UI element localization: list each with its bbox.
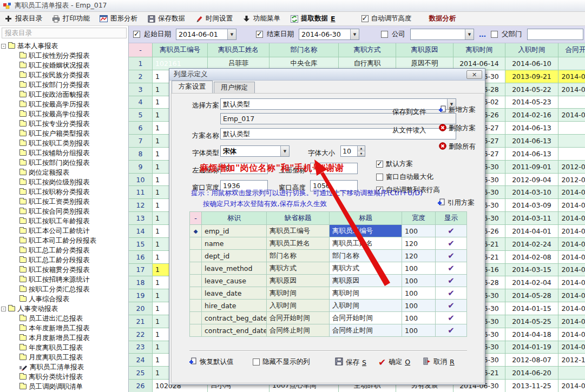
column-cell[interactable]: 离职方式 [267, 262, 330, 275]
grid-cell[interactable]: 2014-05 [558, 315, 585, 328]
tree-item[interactable]: 离职分类统计报表 [1, 372, 128, 382]
start-date-checkbox[interactable]: ✓ [133, 31, 140, 38]
grid-column-header[interactable]: 入职时间 [505, 43, 558, 57]
grid-cell[interactable]: 2014-01 [558, 70, 585, 83]
tree-item[interactable]: 职工总工龄分类报表 [1, 245, 128, 255]
column-cell[interactable]: 100 [402, 275, 436, 287]
column-cell[interactable]: leave_method [202, 262, 267, 275]
column-cell[interactable]: 120 [402, 250, 436, 262]
ok-button[interactable]: ✔ 确定 O [378, 357, 410, 367]
tree-item[interactable]: 人事综合报表 [1, 294, 128, 304]
column-cell[interactable]: 100 [402, 262, 436, 275]
grid-cell[interactable]: 2014-02-24 [505, 238, 558, 251]
grid-cell[interactable]: 2014-05-25 [505, 315, 558, 328]
column-cell[interactable]: 100 [402, 287, 436, 300]
column-row[interactable]: contract_beg_date合同开始时间合同开始时间100✔ [190, 312, 467, 324]
save-to-file-button[interactable]: 保存到文件 [392, 108, 426, 117]
grid-cell[interactable]: 22 [129, 328, 153, 341]
save-data-button[interactable]: 保存数据 [147, 14, 185, 23]
column-cell[interactable]: 离职方式 [330, 262, 402, 275]
grid-cell[interactable]: 2012-09 [558, 161, 585, 174]
grid-cell[interactable]: 2014-02 [558, 276, 585, 289]
grid-cell[interactable]: 7 [129, 135, 153, 148]
grid-cell[interactable]: 25 [129, 367, 153, 380]
grid-cell[interactable]: 11 [129, 186, 153, 199]
auto-height-checkbox[interactable]: ✓ [361, 15, 369, 22]
tree-group[interactable]: -人事变动报表 [1, 304, 128, 314]
grid-cell[interactable]: 2011-09-01 [505, 161, 558, 174]
grid-cell[interactable]: 2014-04 [558, 328, 585, 341]
grid-cell[interactable]: 2014-06-20 [505, 367, 558, 380]
grid-cell[interactable]: 2014-01-19 [505, 341, 558, 354]
grid-cell[interactable]: 2014-02-04 [505, 276, 558, 289]
grid-cell[interactable]: 2014-03-15 [505, 264, 558, 277]
grid-cell[interactable]: 12 [129, 199, 153, 212]
grid-cell[interactable]: 2014-05 [558, 289, 585, 302]
grid-cell[interactable]: 21 [129, 315, 153, 328]
show-check-icon[interactable]: ✔ [436, 287, 467, 300]
spin-down-icon[interactable]: ▼ [358, 151, 365, 157]
column-cell[interactable]: 合同终止时间 [267, 324, 330, 337]
grid-cell[interactable]: 2014-02 [558, 251, 585, 264]
collapse-icon[interactable]: - [1, 44, 6, 49]
tree-item[interactable]: 本年度新增员工报表 [1, 323, 128, 333]
tree-item[interactable]: 职工按性别分类报表 [1, 51, 128, 61]
grid-cell[interactable]: 16 [129, 251, 153, 264]
company-combo[interactable]: ▼ [410, 29, 474, 40]
show-check-icon[interactable]: ✔ [436, 275, 467, 287]
start-date-combo[interactable]: 2014-06-01 ▼ [176, 29, 236, 40]
tree-item[interactable]: 职工按户籍类型报表 [1, 129, 128, 138]
tree-item[interactable]: 职工按职工类别报表 [1, 138, 128, 148]
grid-cell[interactable]: 23 [129, 341, 153, 354]
parent-dept-checkbox[interactable]: ✓ [491, 31, 498, 38]
font-size-spinner[interactable]: 10 ▲▼ [340, 145, 365, 157]
company-more-button[interactable]: … [478, 30, 487, 38]
grid-cell[interactable]: 2014-05-23 [505, 96, 558, 109]
column-cell[interactable]: 合同终止时间 [330, 324, 402, 337]
hide-columns-checkbox[interactable]: ✓ [253, 358, 260, 366]
hide-columns-toggle[interactable]: ✓ 隐藏不显示的列 [253, 357, 310, 367]
grid-cell[interactable]: 10 [129, 174, 153, 187]
read-from-file-button[interactable]: 从文件读入 [392, 126, 426, 135]
quote-scheme-button[interactable]: 引用方案 [438, 198, 475, 208]
tree-item[interactable]: 职工按民族分类报表 [1, 70, 128, 80]
column-cell[interactable]: 100 [402, 300, 436, 312]
end-date-checkbox[interactable]: ✓ [256, 31, 263, 38]
grid-cell[interactable]: 2014-05-28 [505, 289, 558, 302]
grid-cell[interactable]: 2012-09-04 [505, 174, 558, 187]
tree-item[interactable]: 按职工分类汇总报表 [1, 284, 128, 294]
column-cell[interactable]: 离职原因 [267, 275, 330, 287]
function-menu-button[interactable]: 功能菜单 [242, 14, 280, 23]
column-cell[interactable]: hire_date [202, 300, 267, 312]
grid-column-header[interactable]: 合同开 [558, 43, 585, 57]
grid-cell[interactable]: 13 [129, 212, 153, 225]
column-cell[interactable]: 100 [402, 324, 436, 337]
grid-cell[interactable]: 2014-01 [558, 380, 585, 392]
tree-item[interactable]: 职工按婚姻状况报表 [1, 61, 128, 70]
default-scheme-checkbox[interactable]: ✓ [376, 161, 383, 168]
grid-cell[interactable]: 2014-03-10 [505, 186, 558, 199]
print-button[interactable]: 打印功能 [52, 14, 90, 23]
tab-scheme-settings[interactable]: 方案设置 [172, 81, 213, 93]
grid-cell[interactable]: 2014-04-01 [505, 225, 558, 238]
tree-item[interactable]: 职工按合同类别报表 [1, 207, 128, 216]
column-row[interactable]: ◆emp_id离职员工编号离职员工编号100✔ [190, 225, 467, 237]
column-cell[interactable]: emp_id [202, 225, 267, 237]
grid-cell[interactable]: 2014-01-15 [505, 302, 558, 315]
column-cell[interactable]: 离职时间 [330, 287, 402, 300]
tree-item[interactable]: 员工进出汇总报表 [1, 314, 128, 323]
font-type-combo[interactable]: 宋体 ▼ [220, 145, 290, 157]
grid-cell[interactable]: 18 [129, 276, 153, 289]
grid-cell[interactable]: 2012-11 [558, 354, 585, 367]
tree-item[interactable]: 职工本公司工龄统计 [1, 226, 128, 236]
column-cell[interactable]: 离职时间 [267, 287, 330, 300]
company-checkbox[interactable]: ✓ [381, 31, 388, 38]
grid-cell[interactable]: 2014-02-08 [505, 251, 558, 264]
tab-user-binding[interactable]: 用户绑定 [214, 82, 255, 93]
tree-item[interactable]: 年度离职员工报表 [1, 343, 128, 353]
column-row[interactable]: contract_end_date合同终止时间合同终止时间100✔ [190, 324, 467, 337]
column-cell[interactable]: 入职时间 [267, 300, 330, 312]
show-check-icon[interactable]: ✔ [436, 312, 467, 324]
grid-cell[interactable]: 4 [129, 96, 153, 109]
column-cell[interactable]: contract_end_date [202, 324, 267, 337]
